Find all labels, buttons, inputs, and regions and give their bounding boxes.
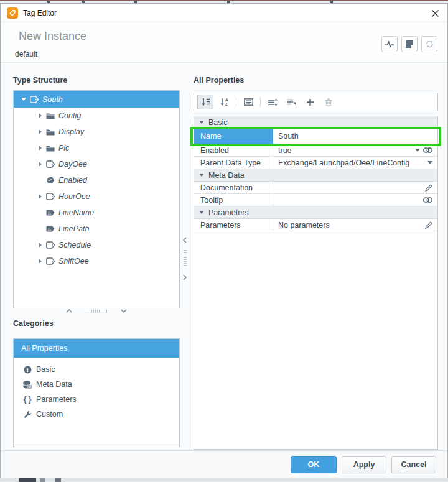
category-custom[interactable]: Custom	[14, 407, 179, 422]
folder-icon	[44, 129, 57, 136]
tree-item-config[interactable]: Config	[14, 108, 179, 124]
property-label[interactable]: Parent Data Type	[194, 157, 273, 169]
category-parameters[interactable]: { } Parameters	[14, 392, 179, 407]
details-view-button[interactable]	[240, 95, 256, 109]
enabled-value-field[interactable]: true	[273, 144, 437, 156]
tag-icon	[44, 193, 57, 200]
collapse-right-icon[interactable]	[183, 274, 187, 280]
wrench-icon	[21, 410, 34, 419]
link-icon[interactable]	[423, 147, 432, 153]
chevron-down-icon[interactable]	[19, 98, 28, 101]
parent-data-type-field[interactable]: Exchange/Launchpad/Oee/LineConfig	[273, 157, 437, 169]
chevron-right-icon[interactable]	[35, 243, 44, 248]
expression-icon: fx	[44, 225, 57, 233]
section-meta-data[interactable]: Meta Data	[194, 169, 437, 182]
expand-rows-icon	[268, 98, 278, 106]
tree-item-south[interactable]: South	[14, 91, 179, 108]
tag-glyph-icon	[9, 9, 16, 17]
chevron-right-icon[interactable]	[35, 146, 44, 151]
pencil-icon[interactable]	[425, 184, 432, 192]
pulse-icon	[385, 40, 394, 49]
tree-item-linename[interactable]: fx LineName	[14, 205, 179, 221]
expand-rows-button[interactable]	[264, 95, 281, 109]
tree-item-shiftoee[interactable]: ShiftOee	[14, 253, 179, 269]
info-icon: i	[21, 366, 34, 374]
chevron-right-icon[interactable]	[35, 259, 44, 264]
sort-order-button[interactable]	[197, 95, 213, 109]
documentation-button[interactable]	[401, 36, 418, 52]
property-row-parent-data-type[interactable]: Parent Data Type Exchange/Launchpad/Oee/…	[194, 157, 437, 169]
property-label[interactable]: Tooltip	[194, 194, 273, 206]
collapse-rows-button[interactable]	[283, 95, 299, 109]
splitter-grip[interactable]	[86, 310, 107, 313]
titlebar[interactable]: Tag Editor	[1, 4, 447, 22]
all-properties-label: All Properties	[194, 76, 244, 85]
background-window-bottom-edge	[0, 478, 448, 482]
tree-item-plc[interactable]: Plc	[14, 140, 179, 156]
sort-alphabetical-button[interactable]: AZ	[216, 95, 232, 109]
property-label[interactable]: Documentation	[194, 182, 273, 193]
instance-provider: default	[15, 50, 37, 58]
dropdown-caret-icon[interactable]	[415, 149, 420, 152]
pencil-icon[interactable]	[425, 221, 432, 229]
instance-header: New Instance default	[1, 22, 447, 63]
close-icon[interactable]	[430, 8, 440, 18]
tag-editor-dialog: Tag Editor New Instance default	[0, 3, 448, 478]
documentation-field[interactable]	[273, 182, 437, 193]
diagnostics-button[interactable]	[381, 36, 398, 52]
svg-text:M: M	[28, 385, 31, 389]
tree-categories-splitter[interactable]	[13, 307, 180, 315]
link-icon[interactable]	[423, 197, 432, 203]
panel-splitter[interactable]	[181, 237, 189, 280]
parameters-field[interactable]: No parameters	[273, 219, 437, 231]
sort-order-icon	[201, 98, 210, 106]
chevron-down-icon[interactable]	[199, 174, 204, 177]
category-meta-data[interactable]: M Meta Data	[14, 377, 179, 392]
tree-item-enabled[interactable]: Enabled	[14, 172, 179, 188]
refresh-button	[421, 36, 437, 52]
add-property-button[interactable]	[302, 95, 318, 109]
chevron-right-icon[interactable]	[35, 129, 44, 134]
type-structure-label: Type Structure	[13, 76, 67, 85]
chevron-down-icon[interactable]	[199, 121, 204, 124]
property-label[interactable]: Enabled	[194, 144, 273, 156]
note-icon	[405, 40, 414, 49]
ok-button[interactable]: OK	[291, 456, 337, 473]
dropdown-caret-icon[interactable]	[427, 161, 432, 164]
section-parameters[interactable]: Parameters	[194, 206, 437, 219]
collapse-left-icon[interactable]	[183, 237, 187, 243]
tree-item-display[interactable]: Display	[14, 124, 179, 140]
collapse-down-icon[interactable]	[121, 309, 127, 313]
property-row-name[interactable]: Name South	[194, 129, 437, 144]
tag-icon	[28, 96, 40, 103]
folder-icon	[44, 113, 57, 119]
collapse-up-icon[interactable]	[66, 309, 72, 313]
delete-property-button	[320, 95, 337, 109]
property-label[interactable]: Parameters	[194, 219, 273, 231]
tree-item-linepath[interactable]: fx LinePath	[14, 221, 179, 237]
category-all-properties[interactable]: All Properties	[14, 339, 179, 358]
apply-button[interactable]: Apply	[342, 456, 386, 473]
property-label[interactable]: Name	[194, 129, 273, 144]
details-icon	[244, 98, 253, 106]
tooltip-field[interactable]	[273, 194, 437, 206]
chevron-right-icon[interactable]	[35, 194, 44, 199]
collapse-rows-icon	[286, 98, 296, 106]
tree-item-schedule[interactable]: Schedule	[14, 237, 179, 253]
folder-icon	[44, 145, 57, 152]
section-basic[interactable]: Basic	[194, 116, 437, 129]
splitter-grip[interactable]	[184, 250, 187, 267]
svg-text:fx: fx	[48, 211, 52, 216]
chevron-right-icon[interactable]	[35, 113, 44, 118]
tree-item-dayoee[interactable]: DayOee	[14, 156, 179, 172]
property-row-tooltip[interactable]: Tooltip	[194, 194, 437, 206]
name-value-field[interactable]: South	[273, 129, 437, 144]
property-row-documentation[interactable]: Documentation	[194, 182, 437, 194]
property-row-parameters[interactable]: Parameters No parameters	[194, 219, 437, 231]
tree-item-houroee[interactable]: HourOee	[14, 188, 179, 205]
cancel-button[interactable]: Cancel	[391, 456, 436, 473]
chevron-down-icon[interactable]	[199, 211, 204, 214]
category-basic[interactable]: i Basic	[14, 362, 179, 377]
chevron-right-icon[interactable]	[35, 162, 44, 167]
property-row-enabled[interactable]: Enabled true	[194, 144, 437, 157]
